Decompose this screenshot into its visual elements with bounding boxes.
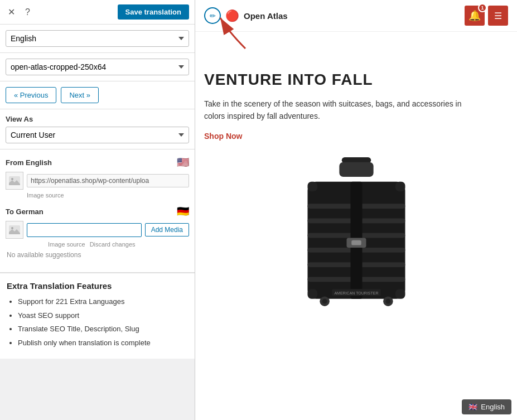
list-item: Yoast SEO support xyxy=(18,310,188,321)
nav-row: « Previous Next » xyxy=(0,81,195,109)
suitcase-illustration: AMERICAN TOURISTER xyxy=(289,157,423,313)
svg-point-1 xyxy=(11,178,13,180)
svg-rect-23 xyxy=(307,182,317,192)
svg-text:AMERICAN TOURISTER: AMERICAN TOURISTER xyxy=(334,291,378,295)
close-button[interactable]: ✕ xyxy=(6,6,17,18)
page-heading: VENTURE INTO FALL xyxy=(204,71,508,89)
to-url-input[interactable] xyxy=(27,223,142,237)
translation-section: From English 🇺🇸 https://openatlas.shop/w… xyxy=(0,149,195,273)
from-image-placeholder xyxy=(6,172,23,190)
to-section: To German 🇩🇪 Add Media Image source Disc… xyxy=(6,205,189,259)
view-as-dropdown[interactable]: Current User Visitor xyxy=(6,127,189,143)
arrow-annotation xyxy=(195,32,517,60)
language-dropdown[interactable]: English German French xyxy=(6,30,189,47)
language-section: English German French xyxy=(0,25,195,53)
page-body-text: Take in the scenery of the season with s… xyxy=(204,98,483,123)
lang-flag: 🇬🇧 xyxy=(468,403,477,411)
to-label-row: To German 🇩🇪 xyxy=(6,205,189,218)
from-field-row: https://openatlas.shop/wp-content/uploa xyxy=(6,172,189,190)
add-media-button[interactable]: Add Media xyxy=(145,223,189,236)
svg-point-3 xyxy=(11,227,13,229)
image-dropdown[interactable]: open-atlas-cropped-250x64 xyxy=(6,59,189,75)
to-image-placeholder xyxy=(6,221,23,239)
svg-point-20 xyxy=(322,299,327,304)
list-item: Translate SEO Title, Description, Slug xyxy=(18,324,188,335)
from-url: https://openatlas.shop/wp-content/uploa xyxy=(27,174,189,187)
to-field-row: Add Media xyxy=(6,221,189,239)
no-suggestions: No available suggestions xyxy=(7,251,189,259)
image-section: open-atlas-cropped-250x64 xyxy=(0,53,195,81)
list-item: Support for 221 Extra Languages xyxy=(18,296,188,307)
svg-rect-25 xyxy=(307,289,317,299)
notification-badge: 1 xyxy=(478,3,487,12)
content-area: VENTURE INTO FALL Take in the scenery of… xyxy=(195,60,517,330)
bell-icon: 🔔 xyxy=(468,9,481,22)
language-switcher[interactable]: 🇬🇧 English xyxy=(462,399,511,414)
svg-point-22 xyxy=(385,299,390,304)
to-label: To German xyxy=(6,207,44,216)
extra-features-section: Extra Translation Features Support for 2… xyxy=(0,273,195,359)
svg-rect-24 xyxy=(395,182,405,192)
right-nav-icons: 🔔 1 ☰ xyxy=(465,6,508,26)
from-label: From English xyxy=(6,158,52,167)
discard-link[interactable]: Discard changes xyxy=(90,241,136,248)
top-bar-icons: ✕ ? xyxy=(6,6,32,18)
red-arrow-svg xyxy=(212,9,257,54)
notifications-button[interactable]: 🔔 1 xyxy=(465,6,485,26)
to-flag: 🇩🇪 xyxy=(177,205,189,218)
extra-features-heading: Extra Translation Features xyxy=(7,281,188,291)
svg-rect-6 xyxy=(339,162,373,177)
extra-features-list: Support for 221 Extra Languages Yoast SE… xyxy=(7,296,188,348)
right-panel: ✏ 🔴 Open Atlas 🔔 1 ☰ VENTURE xyxy=(195,0,517,420)
view-as-section: View As Current User Visitor xyxy=(0,109,195,149)
suitcase-area: AMERICAN TOURISTER xyxy=(204,152,508,319)
previous-button[interactable]: « Previous xyxy=(6,87,56,103)
from-sublabel: Image source xyxy=(27,192,189,199)
save-translation-button[interactable]: Save translation xyxy=(118,4,189,20)
svg-rect-26 xyxy=(395,289,405,299)
next-button[interactable]: Next » xyxy=(61,87,99,103)
from-section: From English 🇺🇸 https://openatlas.shop/w… xyxy=(6,156,189,199)
menu-icon: ☰ xyxy=(494,11,502,21)
help-button[interactable]: ? xyxy=(23,6,32,18)
shop-now-link[interactable]: Shop Now xyxy=(204,132,242,141)
lang-label: English xyxy=(481,403,505,411)
view-as-label: View As xyxy=(6,115,189,123)
list-item: Publish only when translation is complet… xyxy=(18,337,188,349)
top-bar: ✕ ? Save translation xyxy=(0,0,195,25)
from-label-row: From English 🇺🇸 xyxy=(6,156,189,168)
from-flag: 🇺🇸 xyxy=(177,156,189,168)
to-sublabel: Image source xyxy=(48,241,85,248)
svg-rect-16 xyxy=(351,240,361,245)
left-panel: ✕ ? Save translation English German Fren… xyxy=(0,0,195,420)
menu-button[interactable]: ☰ xyxy=(488,6,508,26)
